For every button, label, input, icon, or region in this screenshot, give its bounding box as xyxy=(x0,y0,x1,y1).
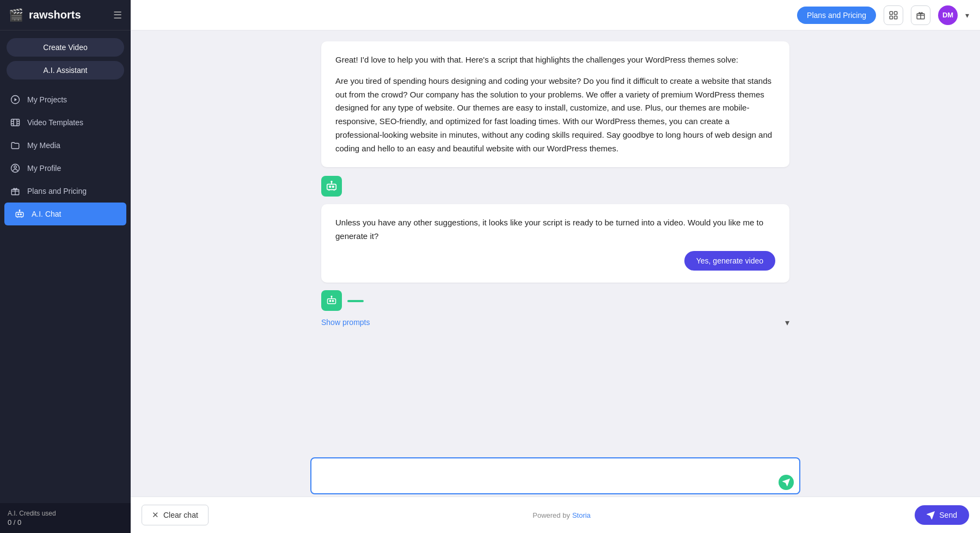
sidebar-item-plans-and-pricing-label: Plans and Pricing xyxy=(27,187,87,195)
sidebar-item-my-projects[interactable]: My Projects xyxy=(0,88,131,111)
chat-input[interactable] xyxy=(310,457,800,494)
chat-message-2-text: Unless you have any other suggestions, i… xyxy=(335,216,775,243)
topbar-chevron-icon[interactable]: ▾ xyxy=(965,11,969,20)
sidebar-item-video-templates-label: Video Templates xyxy=(27,118,83,127)
sidebar-header: 🎬 rawshorts ☰ xyxy=(0,0,131,30)
main-area: Plans and Pricing DM ▾ Great! I'd love t… xyxy=(131,0,980,533)
x-icon: ✕ xyxy=(152,510,159,520)
powered-by-row: Powered by Storia xyxy=(532,511,591,519)
svg-marker-1 xyxy=(15,98,17,101)
ai-avatar-small-icon xyxy=(321,290,342,311)
user-avatar[interactable]: DM xyxy=(938,5,958,25)
svg-point-13 xyxy=(18,214,19,215)
robot-icon xyxy=(14,209,25,219)
logo-text: rawshorts xyxy=(29,9,81,21)
create-video-button[interactable]: Create Video xyxy=(7,38,124,57)
clear-chat-button[interactable]: ✕ Clear chat xyxy=(142,505,209,525)
ai-avatar-row xyxy=(321,175,789,197)
show-prompts-chevron-icon: ▾ xyxy=(785,317,789,328)
svg-rect-23 xyxy=(327,185,336,190)
logo-icon: 🎬 xyxy=(9,8,23,22)
hamburger-icon[interactable]: ☰ xyxy=(113,9,122,21)
chat-message-1-body: Are you tired of spending hours designin… xyxy=(335,75,775,156)
show-prompts-label: Show prompts xyxy=(321,318,370,327)
topbar: Plans and Pricing DM ▾ xyxy=(131,0,980,30)
svg-point-25 xyxy=(332,186,334,188)
svg-rect-2 xyxy=(11,119,20,126)
sidebar-item-my-media-label: My Media xyxy=(27,141,60,150)
sidebar-item-my-projects-label: My Projects xyxy=(27,95,67,104)
svg-point-30 xyxy=(329,300,331,302)
svg-point-32 xyxy=(331,296,332,297)
show-prompts-row[interactable]: Show prompts ▾ xyxy=(310,311,800,330)
powered-by-text: Powered by xyxy=(532,511,570,519)
folder-icon xyxy=(10,140,21,151)
svg-point-26 xyxy=(331,181,332,182)
ai-assistant-button[interactable]: A.I. Assistant xyxy=(7,61,124,79)
gift-icon xyxy=(10,186,21,197)
svg-point-10 xyxy=(14,166,17,169)
input-area xyxy=(131,453,980,497)
svg-point-31 xyxy=(332,300,334,302)
svg-marker-36 xyxy=(928,512,935,519)
sidebar-item-my-media[interactable]: My Media xyxy=(0,134,131,157)
yes-generate-button[interactable]: Yes, generate video xyxy=(684,251,775,271)
sidebar-nav: My Projects Video Templates My Media My … xyxy=(0,83,131,503)
clear-chat-label: Clear chat xyxy=(163,511,198,519)
svg-rect-29 xyxy=(328,298,336,303)
chat-input-wrapper xyxy=(310,457,800,497)
svg-rect-12 xyxy=(16,212,23,217)
film-icon xyxy=(10,117,21,128)
topbar-plans-button[interactable]: Plans and Pricing xyxy=(797,7,876,24)
sidebar: 🎬 rawshorts ☰ Create Video A.I. Assistan… xyxy=(0,0,131,533)
sidebar-item-ai-chat-label: A.I. Chat xyxy=(32,210,61,218)
chat-message-2: Unless you have any other suggestions, i… xyxy=(321,204,789,283)
bottom-bar: ✕ Clear chat Powered by Storia Send xyxy=(131,497,980,533)
chat-input-send-icon[interactable] xyxy=(779,475,794,490)
sidebar-item-video-templates[interactable]: Video Templates xyxy=(0,111,131,134)
ai-avatar-row-2 xyxy=(321,290,789,311)
gift-icon-button[interactable] xyxy=(911,5,930,25)
send-button[interactable]: Send xyxy=(915,505,969,525)
svg-rect-21 xyxy=(895,16,897,19)
svg-point-15 xyxy=(19,210,20,211)
sidebar-item-my-profile-label: My Profile xyxy=(27,164,61,173)
chat-area: Great! I'd love to help you with that. H… xyxy=(131,30,980,453)
add-icon-button[interactable] xyxy=(884,5,903,25)
ai-avatar-icon xyxy=(321,176,342,197)
chat-message-1-intro: Great! I'd love to help you with that. H… xyxy=(335,53,775,67)
svg-point-14 xyxy=(20,214,21,215)
chat-inner: Great! I'd love to help you with that. H… xyxy=(310,41,800,311)
chat-message-1: Great! I'd love to help you with that. H… xyxy=(321,41,789,167)
sidebar-item-my-profile[interactable]: My Profile xyxy=(0,157,131,180)
svg-point-24 xyxy=(329,186,331,188)
credits-label: A.I. Credits used xyxy=(8,510,123,517)
sidebar-item-ai-chat[interactable]: A.I. Chat xyxy=(4,203,126,225)
sidebar-footer: A.I. Credits used 0 / 0 xyxy=(0,503,131,533)
powered-by-brand-link[interactable]: Storia xyxy=(572,511,591,519)
svg-marker-34 xyxy=(783,479,789,486)
svg-rect-18 xyxy=(890,11,892,14)
circle-play-icon xyxy=(10,94,21,105)
svg-rect-19 xyxy=(895,11,897,14)
svg-rect-20 xyxy=(890,16,892,19)
send-label: Send xyxy=(939,511,957,519)
credits-value: 0 / 0 xyxy=(8,518,123,526)
sidebar-item-plans-and-pricing[interactable]: Plans and Pricing xyxy=(0,180,131,203)
chat-action-row: Yes, generate video xyxy=(335,251,775,271)
sidebar-buttons: Create Video A.I. Assistant xyxy=(0,30,131,83)
typing-indicator xyxy=(347,300,364,302)
user-circle-icon xyxy=(10,163,21,174)
